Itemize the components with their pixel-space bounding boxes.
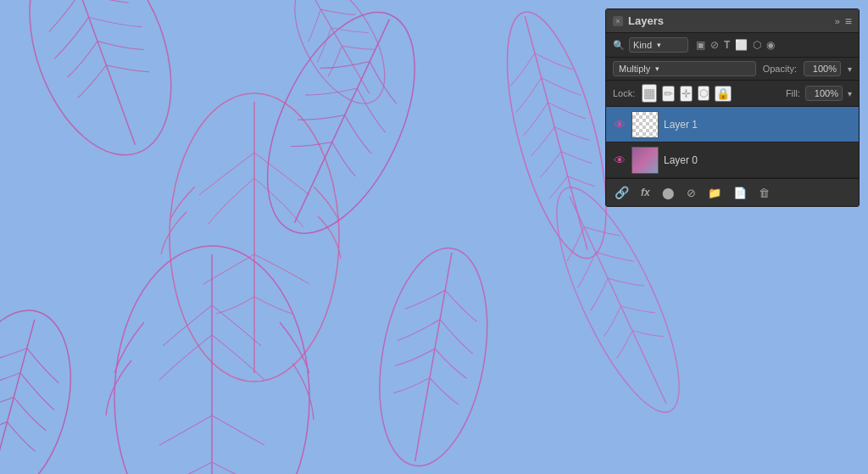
panel-titlebar: × Layers » ≡	[606, 9, 859, 33]
adjustment-filter-icon[interactable]: ⊘	[710, 39, 719, 51]
panel-title: Layers	[628, 14, 664, 27]
create-layer-button[interactable]: 📄	[732, 185, 748, 201]
blend-mode-label: Multiply	[619, 64, 650, 74]
opacity-label: Opacity:	[763, 64, 797, 74]
kind-dropdown-label: Kind	[633, 40, 652, 50]
lock-all-button[interactable]: 🔒	[715, 86, 732, 102]
create-group-button[interactable]: 📁	[706, 185, 723, 201]
layers-list: 👁 Layer 1 👁 Layer 0	[606, 107, 859, 178]
kind-dropdown-chevron: ▾	[657, 41, 661, 49]
fill-label: Fill:	[786, 88, 800, 98]
layer-row[interactable]: 👁 Layer 0	[606, 142, 859, 178]
panel-close-button[interactable]: ×	[613, 16, 623, 26]
add-mask-button[interactable]: ⬤	[660, 185, 676, 201]
filter-icons: ▣ ⊘ T ⬜ ⬡ ◉	[696, 39, 775, 51]
lock-image-button[interactable]: ✏	[662, 86, 675, 102]
fill-value[interactable]: 100%	[805, 86, 843, 101]
opacity-chevron[interactable]: ▾	[848, 64, 852, 74]
layer-row[interactable]: 👁 Layer 1	[606, 107, 859, 142]
layer1-name: Layer 1	[664, 119, 852, 131]
opacity-value[interactable]: 100%	[804, 61, 841, 76]
blend-mode-chevron: ▾	[655, 64, 659, 73]
layer1-thumbnail	[632, 111, 659, 138]
blend-mode-dropdown[interactable]: Multiply ▾	[613, 61, 756, 76]
pixel-filter-icon[interactable]: ▣	[696, 39, 705, 51]
layer0-thumbnail	[632, 147, 659, 174]
kind-dropdown[interactable]: Kind ▾	[629, 37, 688, 53]
panel-menu-icon[interactable]: ≡	[845, 14, 852, 28]
lock-artboard-button[interactable]: ⬡	[698, 86, 709, 101]
lock-label: Lock:	[613, 88, 635, 98]
filter-row: 🔍 Kind ▾ ▣ ⊘ T ⬜ ⬡ ◉	[606, 33, 859, 58]
layers-panel: × Layers » ≡ 🔍 Kind ▾ ▣ ⊘ T ⬜ ⬡ ◉ Multip…	[605, 8, 860, 207]
fx-button[interactable]: fx	[639, 185, 652, 200]
search-icon: 🔍	[613, 40, 625, 51]
titlebar-right: » ≡	[835, 14, 852, 28]
lock-position-button[interactable]: ✛	[680, 86, 693, 102]
add-adjustment-button[interactable]: ⊘	[685, 185, 698, 201]
lock-pixels-button[interactable]: ▦	[642, 84, 657, 103]
layer0-visibility-button[interactable]: 👁	[613, 153, 626, 167]
layer1-visibility-button[interactable]: 👁	[613, 118, 626, 131]
type-filter-icon[interactable]: T	[724, 39, 730, 51]
panel-collapse-icon[interactable]: »	[835, 16, 840, 26]
shape-filter-icon[interactable]: ⬜	[735, 39, 748, 51]
delete-layer-button[interactable]: 🗑	[757, 185, 771, 201]
link-layers-button[interactable]: 🔗	[613, 184, 631, 201]
blend-mode-row: Multiply ▾ Opacity: 100% ▾	[606, 58, 859, 81]
smart-object-filter-icon[interactable]: ⬡	[753, 39, 761, 51]
layer0-name: Layer 0	[664, 154, 852, 166]
lock-row: Lock: ▦ ✏ ✛ ⬡ 🔒 Fill: 100% ▾	[606, 81, 859, 107]
titlebar-left: × Layers	[613, 14, 664, 27]
fill-chevron[interactable]: ▾	[848, 89, 852, 98]
bottom-toolbar: 🔗 fx ⬤ ⊘ 📁 📄 🗑	[606, 178, 859, 206]
artboard-filter-icon[interactable]: ◉	[766, 39, 775, 51]
